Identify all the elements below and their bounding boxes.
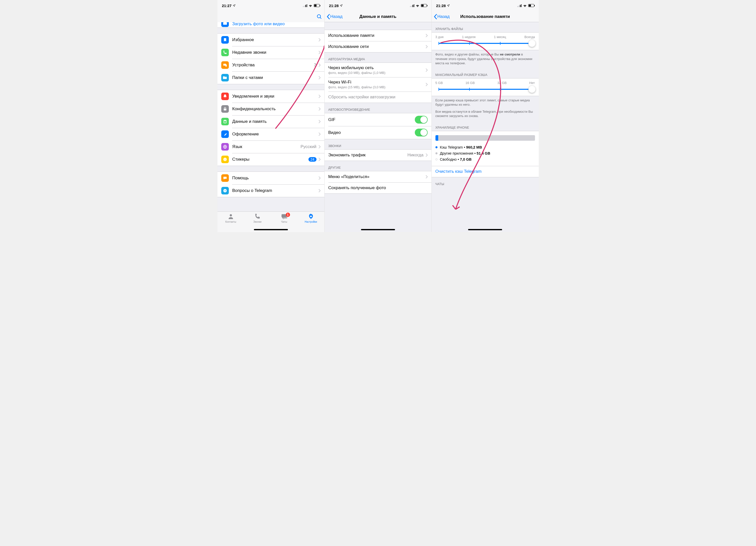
faq-icon: ? xyxy=(221,187,229,194)
devices-icon xyxy=(221,61,229,69)
row-save-data[interactable]: Экономить трафик Никогда xyxy=(325,149,431,161)
svg-rect-22 xyxy=(414,4,414,7)
slider-tick-label: 3 дня xyxy=(435,35,444,39)
keep-files-slider[interactable]: 3 дня 1 неделя 1 месяц Всегда xyxy=(432,33,539,50)
slider-tick-label: Всегда xyxy=(524,35,535,39)
wifi-icon xyxy=(416,4,420,7)
svg-rect-0 xyxy=(303,6,304,7)
home-indicator[interactable] xyxy=(361,229,395,230)
settings-row[interactable]: Избранное xyxy=(217,34,324,46)
settings-row[interactable]: Конфиденциальность xyxy=(217,103,324,115)
max-cache-slider[interactable]: 5 GB 16 GB 32 GB Нет xyxy=(432,78,539,96)
row-upload-media[interactable]: Загрузить фото или видео xyxy=(217,22,324,28)
section-header: ЗВОНКИ xyxy=(325,139,431,149)
chevron-right-icon xyxy=(426,34,428,37)
back-button[interactable]: Назад xyxy=(327,14,343,19)
row-sublabel: фото, видео (15 MB), файлы (3,0 MB) xyxy=(328,85,426,89)
phone-icon xyxy=(254,213,261,220)
tab-contacts[interactable]: Контакты xyxy=(217,213,244,232)
slider-tick-label: 32 GB xyxy=(497,81,507,85)
slider-thumb[interactable] xyxy=(528,86,535,93)
row-mem-usage[interactable]: Использование памяти xyxy=(325,30,431,41)
chevron-left-icon xyxy=(327,14,330,19)
nav-bar: Назад Использование памяти xyxy=(432,11,539,22)
brush-icon xyxy=(221,130,229,138)
svg-rect-24 xyxy=(519,6,519,7)
status-time: 21:27 xyxy=(222,4,232,8)
chevron-left-icon xyxy=(434,14,437,19)
section-header: ДРУГИЕ xyxy=(325,161,431,171)
contacts-icon xyxy=(228,213,234,220)
row-label: Очистить кэш Telegram xyxy=(435,169,535,174)
chevron-right-icon xyxy=(319,107,321,111)
section-footer: Если размер кэша превысит этот лимит, са… xyxy=(432,96,539,121)
toggle-switch[interactable] xyxy=(415,129,428,136)
chevron-right-icon xyxy=(426,175,428,178)
row-save-incoming[interactable]: Сохранять полученные фото xyxy=(325,182,431,193)
settings-row[interactable]: Уведомления и звуки xyxy=(217,90,324,103)
tab-settings[interactable]: Настройки xyxy=(298,213,324,232)
settings-row[interactable]: Помощь xyxy=(217,172,324,184)
svg-rect-20 xyxy=(411,6,412,7)
back-button[interactable]: Назад xyxy=(434,14,450,19)
settings-row[interactable]: Данные и память xyxy=(217,115,324,128)
row-detail: Никогда xyxy=(407,152,424,158)
row-label: Избранное xyxy=(232,37,319,42)
status-bar: 21:28 xyxy=(325,0,431,11)
settings-row[interactable]: ?Вопросы о Telegram xyxy=(217,184,324,197)
svg-rect-3 xyxy=(307,4,307,7)
row-label: Данные и память xyxy=(232,119,319,124)
row-label: Использование сети xyxy=(328,44,426,49)
settings-row[interactable]: ЯзыкРусский xyxy=(217,140,324,153)
legend-item: Свободно • 7,0 GB xyxy=(435,156,535,162)
location-icon xyxy=(233,4,236,7)
svg-point-18 xyxy=(310,215,312,217)
settings-row[interactable]: Устройства3 xyxy=(217,59,324,71)
row-autoplay-gif[interactable]: GIF xyxy=(325,113,431,126)
chats-badge: 1 xyxy=(286,212,290,217)
status-time: 21:28 xyxy=(329,4,339,8)
row-net-usage[interactable]: Использование сети xyxy=(325,41,431,52)
settings-row[interactable]: Стикеры24 xyxy=(217,153,324,166)
chevron-right-icon xyxy=(319,132,321,136)
row-autodl-wifi[interactable]: Через Wi-Fi фото, видео (15 MB), файлы (… xyxy=(325,77,431,91)
row-autodl-mobile[interactable]: Через мобильную сеть фото, видео (10 MB)… xyxy=(325,63,431,77)
slider-thumb[interactable] xyxy=(528,40,535,47)
settings-row[interactable]: Оформление xyxy=(217,128,324,140)
svg-rect-26 xyxy=(521,4,522,7)
wifi-icon xyxy=(308,4,312,7)
chevron-right-icon xyxy=(319,63,321,67)
settings-row[interactable]: Папки с чатами xyxy=(217,71,324,84)
camera-icon xyxy=(221,22,229,27)
row-label: Уведомления и звуки xyxy=(232,94,319,99)
toggle-switch[interactable] xyxy=(415,116,428,123)
row-label: Помощь xyxy=(232,175,319,180)
status-bar: 21:28 xyxy=(432,0,539,11)
chevron-right-icon xyxy=(319,51,321,54)
legend-item: Другие приложения • 51,4 GB xyxy=(435,150,535,156)
home-indicator[interactable] xyxy=(254,229,288,230)
clear-cache-button[interactable]: Очистить кэш Telegram xyxy=(432,166,539,177)
svg-text:?: ? xyxy=(224,189,226,192)
svg-point-9 xyxy=(224,120,226,121)
cellular-icon xyxy=(410,4,414,7)
row-label: Сохранять полученные фото xyxy=(328,185,428,190)
row-label: Через мобильную сеть xyxy=(328,65,426,70)
chevron-right-icon xyxy=(426,45,428,48)
svg-point-13 xyxy=(225,159,226,159)
storage-bar xyxy=(435,135,535,141)
home-indicator[interactable] xyxy=(468,229,502,230)
chevron-right-icon xyxy=(319,76,321,79)
section-header: ХРАНИЛИЩЕ IPHONE xyxy=(432,121,539,131)
settings-row[interactable]: Недавние звонки xyxy=(217,46,324,59)
row-share-menu[interactable]: Меню «Поделиться» xyxy=(325,171,431,182)
row-autoplay-video[interactable]: Видео xyxy=(325,126,431,139)
nav-bar: Назад Данные и память xyxy=(325,11,431,22)
cellular-icon xyxy=(517,4,522,7)
search-button[interactable] xyxy=(316,14,322,20)
chevron-right-icon xyxy=(319,120,321,123)
location-icon xyxy=(447,4,450,7)
phone-icon xyxy=(221,49,229,56)
row-autodl-reset[interactable]: Сбросить настройки автозагрузки xyxy=(325,91,431,103)
battery-icon xyxy=(421,4,427,7)
